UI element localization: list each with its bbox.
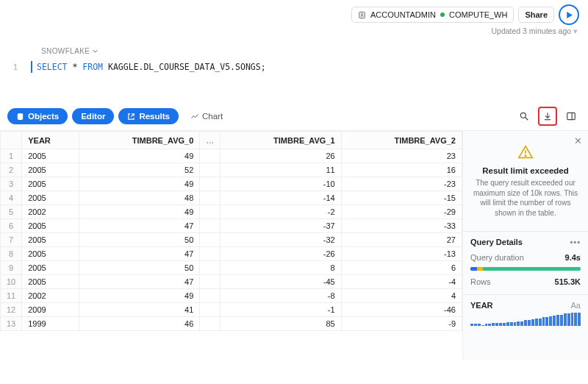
col-timbre1[interactable]: TIMBRE_AVG_1: [220, 132, 341, 149]
run-button[interactable]: [559, 4, 579, 25]
header-row: YEAR TIMBRE_AVG_0 … TIMBRE_AVG_1 TIMBRE_…: [1, 132, 462, 149]
results-icon: [127, 113, 135, 121]
tab-editor[interactable]: Editor: [72, 108, 114, 124]
sql-editor[interactable]: 1 SELECT * FROM KAGGLE.DL_COURSE_DATA_V5…: [0, 58, 588, 102]
table-row[interactable]: 22005521116: [1, 163, 462, 177]
table-row[interactable]: 4200548-14-15: [1, 191, 462, 205]
role-selector[interactable]: ACCOUNTADMIN COMPUTE_WH: [351, 7, 514, 23]
search-button[interactable]: [514, 107, 534, 126]
svg-point-7: [525, 155, 526, 156]
svg-rect-4: [567, 113, 576, 119]
table-row[interactable]: 7200550-3227: [1, 233, 462, 247]
table-row[interactable]: 10200547-45-4: [1, 275, 462, 289]
download-button[interactable]: [538, 107, 557, 126]
duration-bar: [470, 267, 581, 271]
col-year[interactable]: YEAR: [22, 132, 79, 149]
table-row[interactable]: 12005492623: [1, 149, 462, 163]
svg-point-3: [520, 113, 526, 118]
table-row[interactable]: 1319994685-9: [1, 317, 462, 331]
result-limit-warning: Result limit exceeded The query result e…: [463, 131, 588, 231]
col-timbre2[interactable]: TIMBRE_AVG_2: [341, 132, 462, 149]
play-icon: [565, 11, 573, 19]
tab-objects[interactable]: Objects: [7, 108, 68, 124]
role-label: ACCOUNTADMIN: [370, 10, 436, 19]
year-stats: YEAR Aa: [463, 294, 588, 329]
table-row[interactable]: 5200249-2-29: [1, 205, 462, 219]
table-row[interactable]: 11200249-84: [1, 289, 462, 303]
role-icon: [358, 11, 366, 19]
share-button[interactable]: Share: [518, 7, 554, 23]
close-icon[interactable]: ✕: [574, 135, 582, 146]
table-row[interactable]: 920055086: [1, 261, 462, 275]
warehouse-label: COMPUTE_WH: [449, 10, 507, 19]
col-more[interactable]: …: [200, 132, 220, 149]
query-details: Query Details ••• Query duration 9.4s Ro…: [463, 231, 588, 294]
line-number: 1: [0, 61, 31, 73]
download-icon: [542, 111, 553, 121]
sql-line: SELECT * FROM KAGGLE.DL_COURSE_DATA_V5.S…: [31, 61, 266, 73]
results-table[interactable]: YEAR TIMBRE_AVG_0 … TIMBRE_AVG_1 TIMBRE_…: [0, 131, 463, 360]
table-row[interactable]: 8200547-26-13: [1, 247, 462, 261]
updated-timestamp: Updated 3 minutes ago ▾: [0, 26, 588, 41]
year-histogram: [470, 313, 581, 326]
search-icon: [519, 111, 529, 121]
table-row[interactable]: 6200547-37-33: [1, 219, 462, 233]
svg-point-1: [361, 13, 362, 15]
chevron-down-icon: [93, 49, 98, 54]
chart-line-icon: [190, 112, 199, 121]
database-icon: [16, 113, 24, 121]
tab-results[interactable]: Results: [118, 108, 179, 124]
panel-icon: [566, 111, 576, 121]
tab-chart[interactable]: Chart: [183, 108, 230, 124]
table-row[interactable]: 3200549-10-23: [1, 177, 462, 191]
warehouse-status-dot: [440, 13, 445, 17]
side-panel: ✕ Result limit exceeded The query result…: [463, 131, 588, 360]
breadcrumb[interactable]: SNOWFLAKE: [0, 41, 588, 58]
table-row[interactable]: 12200941-1-46: [1, 303, 462, 317]
warning-icon: [517, 144, 534, 160]
panel-toggle-button[interactable]: [562, 107, 581, 126]
col-timbre0[interactable]: TIMBRE_AVG_0: [79, 132, 199, 149]
query-details-menu[interactable]: •••: [570, 238, 581, 246]
